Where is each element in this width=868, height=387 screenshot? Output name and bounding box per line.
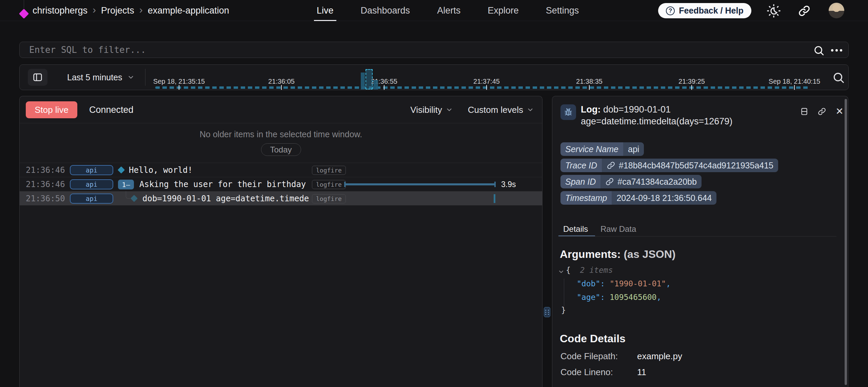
log-row-birthday-span[interactable]: 21:36:46 api 1– Asking the user for thei…	[20, 177, 542, 191]
panel-resize-handle[interactable]	[544, 307, 550, 317]
chip-value: api	[623, 142, 644, 156]
code-lineno-value: 11	[637, 367, 646, 378]
timeline-selected-bucket[interactable]	[366, 69, 373, 89]
log-message: Asking the user for their birthday	[139, 177, 306, 191]
timeline-tick-label: 21:39:25	[678, 78, 705, 85]
tab-details[interactable]: Details	[563, 224, 588, 234]
timeline-tick-label: 21:36:05	[268, 78, 295, 85]
breadcrumb-separator: ›	[93, 4, 96, 17]
code-lineno-row: Code Lineno: 11	[560, 367, 646, 378]
dock-panel-button[interactable]	[799, 106, 809, 117]
logo-string	[24, 0, 24, 9]
chip-value: #18b84cb4847b5d574c4ad9121935a415	[602, 159, 778, 172]
service-badge[interactable]: api	[70, 194, 113, 204]
stop-live-button[interactable]: Stop live	[26, 101, 77, 118]
sql-filter-bar	[19, 42, 849, 58]
theme-toggle-button[interactable]	[766, 4, 781, 18]
log-time-tick	[494, 194, 495, 203]
divider	[558, 236, 836, 237]
logfire-tag[interactable]: logfire	[312, 166, 346, 175]
live-panel-header: Stop live Connected Visibility Custom le…	[20, 96, 542, 123]
close-details-button[interactable]: ✕	[834, 106, 845, 117]
timeline-histogram-bar[interactable]	[361, 73, 365, 89]
tab-dashboards[interactable]: Dashboards	[361, 0, 410, 21]
log-time: 21:36:46	[26, 177, 65, 191]
logfire-tag[interactable]: logfire	[312, 194, 346, 203]
log-diamond-icon	[131, 195, 138, 202]
span-id-chip[interactable]: Span ID #ca741384ca2a20bb	[560, 175, 702, 188]
arguments-heading: Arguments: (as JSON)	[560, 248, 675, 261]
bug-icon	[563, 107, 573, 117]
sun-moon-icon	[767, 4, 781, 18]
json-entry-dob: "dob": "1990-01-01",	[577, 279, 671, 288]
link-icon	[798, 4, 811, 17]
timeline-baseline	[155, 86, 809, 89]
logfire-logo-icon[interactable]	[19, 9, 29, 19]
json-collapse-icon[interactable]	[558, 268, 565, 275]
log-message: Hello, world!	[129, 163, 193, 177]
custom-levels-dropdown[interactable]: Custom levels	[468, 105, 534, 115]
code-filepath-label: Code Filepath:	[560, 351, 629, 362]
chip-label: Trace ID	[560, 159, 602, 172]
tab-explore[interactable]: Explore	[488, 0, 519, 21]
share-link-button[interactable]	[797, 4, 812, 18]
timeline-histogram-bar[interactable]	[373, 80, 378, 89]
empty-window-message: No older items in the selected time wind…	[20, 129, 542, 139]
search-icon[interactable]	[813, 45, 825, 56]
nav-tabs: Live Dashboards Alerts Explore Settings	[317, 0, 579, 21]
logfire-tag[interactable]: logfire	[312, 180, 346, 189]
user-avatar[interactable]	[829, 3, 844, 18]
service-name-chip[interactable]: Service Name api	[560, 142, 644, 156]
timeline-tick	[281, 85, 282, 90]
breadcrumb-org[interactable]: christophergs	[33, 5, 87, 16]
breadcrumb-projects[interactable]: Projects	[101, 5, 134, 16]
filter-more-menu[interactable]	[831, 42, 842, 58]
dock-panel-icon	[800, 107, 809, 116]
question-circle-icon: ?	[666, 6, 675, 15]
code-filepath-row: Code Filepath: example.py	[560, 351, 682, 362]
chevron-down-icon	[446, 106, 453, 114]
json-entry-age: "age": 1095465600,	[577, 293, 661, 302]
timeline-axis[interactable]: Sep 18, 21:35:1521:36:0521:36:5521:37:45…	[20, 65, 848, 90]
timeline-tick-label: Sep 18, 21:35:15	[153, 78, 205, 85]
link-icon	[817, 107, 826, 116]
tab-alerts[interactable]: Alerts	[437, 0, 460, 21]
feedback-help-label: Feedback / Help	[679, 6, 743, 16]
chip-label: Timestamp	[560, 191, 612, 205]
sql-filter-input[interactable]	[20, 42, 848, 58]
tab-settings[interactable]: Settings	[546, 0, 579, 21]
chip-value: 2024-09-18 21:36:50.644	[612, 191, 716, 205]
breadcrumb-project-name[interactable]: example-application	[148, 5, 229, 16]
log-row-dob-selected[interactable]: 21:36:50 api dob=1990-01-01 age=datetime…	[20, 191, 542, 205]
tab-live[interactable]: Live	[317, 0, 334, 21]
tab-raw-data[interactable]: Raw Data	[600, 224, 636, 234]
details-panel: Log: dob=1990-01-01 age=datetime.timedel…	[552, 96, 848, 387]
visibility-label: Visibility	[410, 105, 442, 115]
timeline-zoom-icon[interactable]	[832, 71, 845, 84]
today-button[interactable]: Today	[261, 143, 301, 156]
trace-id-chip[interactable]: Trace ID #18b84cb4847b5d574c4ad9121935a4…	[560, 159, 778, 172]
log-type-tile	[560, 104, 576, 120]
feedback-help-button[interactable]: ? Feedback / Help	[658, 3, 751, 18]
timeline-bar: Last 5 minutes Sep 18, 21:35:1521:36:052…	[19, 64, 849, 90]
chip-label: Service Name	[560, 142, 623, 156]
details-tabs: Details Raw Data	[552, 224, 848, 234]
json-open-line: { 2 items	[566, 266, 613, 274]
timeline-tick	[384, 85, 384, 90]
span-collapse-badge[interactable]: 1–	[118, 180, 134, 189]
service-badge[interactable]: api	[70, 179, 113, 189]
timeline-tick	[589, 85, 590, 90]
details-title-line2: age=datetime.timedelta(days=12679)	[581, 116, 794, 127]
timestamp-chip[interactable]: Timestamp 2024-09-18 21:36:50.644	[560, 191, 716, 205]
details-scrollbar[interactable]	[845, 99, 847, 385]
breadcrumb-separator: ›	[139, 4, 143, 17]
service-badge[interactable]: api	[70, 165, 113, 175]
log-time: 21:36:50	[26, 191, 65, 206]
copy-link-button[interactable]	[817, 106, 827, 117]
code-lineno-label: Code Lineno:	[560, 367, 629, 378]
log-row-hello-world[interactable]: 21:36:46 api Hello, world! logfire	[20, 163, 542, 177]
timeline-tick	[179, 85, 179, 90]
link-icon	[605, 177, 614, 186]
log-time: 21:36:46	[26, 163, 65, 177]
visibility-dropdown[interactable]: Visibility	[410, 105, 453, 115]
